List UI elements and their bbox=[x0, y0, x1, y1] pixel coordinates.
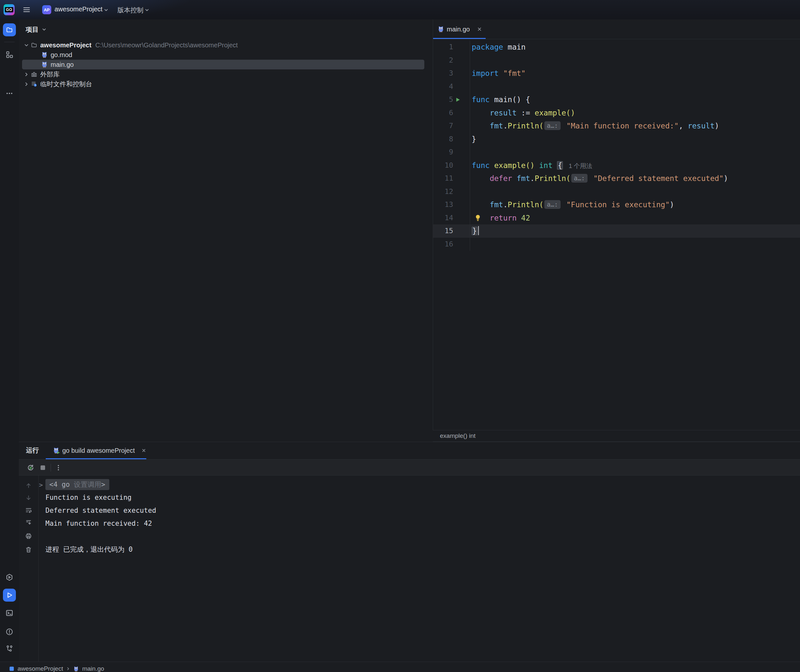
code-line-14[interactable]: 14 return 42 bbox=[433, 211, 800, 225]
command-suffix: > bbox=[101, 481, 106, 488]
gutter-slot bbox=[453, 185, 470, 198]
chevron-right-icon[interactable] bbox=[23, 82, 29, 86]
services-tool-button[interactable] bbox=[5, 573, 13, 581]
run-tab[interactable]: go build awesomeProject bbox=[46, 442, 146, 459]
folder-icon bbox=[6, 26, 13, 34]
editor-gutter: 5 bbox=[433, 93, 470, 106]
code-line-3[interactable]: 3import "fmt" bbox=[433, 67, 800, 80]
tree-item-外部库[interactable]: 外部库 bbox=[22, 69, 424, 79]
code-line-7[interactable]: 7 fmt.Println(a…: "Main function receive… bbox=[433, 119, 800, 133]
rerun-button[interactable] bbox=[27, 464, 34, 472]
console-output[interactable]: <4 go 设置调用>Function is executingDeferred… bbox=[45, 478, 794, 556]
code-line-5[interactable]: 5func main() { bbox=[433, 93, 800, 106]
tree-item-label: go.mod bbox=[51, 51, 72, 59]
close-icon[interactable] bbox=[477, 27, 482, 32]
code-line-1[interactable]: 1package main bbox=[433, 40, 800, 54]
project-avatar-badge[interactable]: AP bbox=[42, 5, 51, 14]
line-number: 4 bbox=[433, 80, 453, 93]
code-line-8[interactable]: 8} bbox=[433, 133, 800, 146]
code-text: fmt.Println(a…: "Function is executing") bbox=[470, 198, 674, 211]
project-panel-header[interactable]: 项目 bbox=[26, 25, 46, 34]
print-button[interactable] bbox=[25, 532, 32, 540]
structure-tool-button[interactable] bbox=[5, 51, 13, 58]
gutter-slot bbox=[453, 119, 470, 133]
tree-item-main.go[interactable]: main.go bbox=[22, 60, 424, 69]
tab-main-go[interactable]: main.go bbox=[433, 19, 486, 39]
code-line-12[interactable]: 12 bbox=[433, 185, 800, 198]
collapsed-command-chip[interactable]: <4 go 设置调用> bbox=[45, 479, 109, 490]
code-text: } bbox=[470, 224, 479, 238]
code-line-2[interactable]: 2 bbox=[433, 54, 800, 67]
editor-gutter: 12 bbox=[433, 185, 470, 198]
line-number: 14 bbox=[433, 211, 453, 225]
gutter-slot bbox=[453, 238, 470, 251]
run-overlay-icon bbox=[57, 451, 60, 454]
gutter-slot bbox=[453, 198, 470, 211]
rerun-icon bbox=[27, 464, 34, 472]
tree-item-awesomeProject[interactable]: awesomeProjectC:\Users\meowr\GolandProje… bbox=[22, 40, 424, 50]
code-line-11[interactable]: 11 defer fmt.Println(a…: "Deferred state… bbox=[433, 172, 800, 185]
goland-logo-icon: GO bbox=[3, 4, 14, 15]
editor-gutter: 4 bbox=[433, 80, 470, 93]
code-line-16[interactable]: 16 bbox=[433, 238, 800, 251]
main-menu-button[interactable] bbox=[23, 6, 30, 14]
stop-button[interactable] bbox=[39, 464, 47, 472]
parameter-hint-chip[interactable]: a…: bbox=[571, 174, 587, 182]
chevron-down-icon[interactable] bbox=[42, 27, 46, 32]
tool-window-strip bbox=[0, 19, 19, 662]
parameter-hint-chip[interactable]: a…: bbox=[544, 200, 561, 209]
strip-divider bbox=[4, 42, 14, 42]
code-line-15[interactable]: 15} bbox=[433, 224, 800, 238]
code-line-13[interactable]: 13 fmt.Println(a…: "Function is executin… bbox=[433, 198, 800, 211]
text-caret bbox=[478, 226, 479, 235]
prev-occurrence-button[interactable] bbox=[25, 482, 32, 490]
run-tool-button[interactable] bbox=[3, 589, 16, 602]
console-gutter-divider bbox=[38, 475, 38, 662]
vcs-widget[interactable]: 版本控制 bbox=[117, 6, 143, 14]
git-tool-button[interactable] bbox=[5, 645, 13, 653]
editor-gutter: 8 bbox=[433, 133, 470, 146]
clear-console-button[interactable] bbox=[25, 546, 32, 554]
tree-item-path: C:\Users\meowr\GolandProjects\awesomePro… bbox=[95, 42, 238, 49]
project-tool-button[interactable] bbox=[3, 23, 16, 36]
close-icon[interactable] bbox=[141, 448, 146, 453]
vcs-chevron-icon[interactable] bbox=[145, 8, 149, 12]
console-command-line[interactable]: <4 go 设置调用> bbox=[45, 478, 794, 491]
editor-tab-bar: main.go bbox=[433, 19, 800, 39]
breadcrumb-chevron-icon bbox=[66, 667, 70, 671]
breadcrumb-project[interactable]: awesomeProject bbox=[18, 665, 63, 672]
console-fold-arrow[interactable]: > bbox=[39, 481, 43, 489]
project-selector[interactable]: awesomeProject bbox=[54, 5, 102, 13]
run-toolbar bbox=[19, 459, 800, 475]
parameter-hint-chip[interactable]: a…: bbox=[544, 121, 561, 130]
code-text bbox=[470, 146, 472, 159]
code-line-4[interactable]: 4 bbox=[433, 80, 800, 93]
git-branch-icon bbox=[5, 645, 13, 653]
code-line-6[interactable]: 6 result := example() bbox=[433, 106, 800, 120]
editor-gutter: 6 bbox=[433, 106, 470, 120]
usages-hint[interactable]: 1 个用法 bbox=[569, 163, 592, 169]
breadcrumb-file[interactable]: main.go bbox=[82, 665, 104, 672]
soft-wrap-button[interactable] bbox=[25, 506, 32, 514]
tree-item-go.mod[interactable]: go.mod bbox=[22, 50, 424, 60]
code-text: fmt.Println(a…: "Main function received:… bbox=[470, 119, 719, 133]
terminal-tool-button[interactable] bbox=[5, 609, 13, 617]
code-editor[interactable]: 1package main23import "fmt"45func main()… bbox=[433, 39, 800, 451]
console-line bbox=[45, 530, 794, 543]
chevron-right-icon[interactable] bbox=[23, 72, 29, 77]
editor-gutter: 14 bbox=[433, 211, 470, 225]
scroll-to-end-button[interactable] bbox=[25, 518, 32, 526]
chevron-down-icon[interactable] bbox=[23, 43, 29, 48]
code-line-10[interactable]: 10func example() int {1 个用法 bbox=[433, 159, 800, 172]
run-gutter-icon[interactable] bbox=[453, 93, 470, 106]
project-selector-chevron-icon[interactable] bbox=[104, 8, 108, 12]
problems-tool-button[interactable] bbox=[5, 628, 13, 636]
project-panel: 项目 awesomeProjectC:\Users\meowr\GolandPr… bbox=[19, 19, 433, 442]
more-options-button[interactable] bbox=[54, 464, 62, 472]
intention-bulb-icon[interactable] bbox=[474, 214, 482, 221]
more-tool-windows-button[interactable] bbox=[5, 90, 13, 97]
code-line-9[interactable]: 9 bbox=[433, 146, 800, 159]
tree-item-临时文件和控制台[interactable]: 临时文件和控制台 bbox=[22, 79, 424, 89]
next-occurrence-button[interactable] bbox=[25, 494, 32, 502]
tree-item-label: 临时文件和控制台 bbox=[40, 80, 92, 88]
